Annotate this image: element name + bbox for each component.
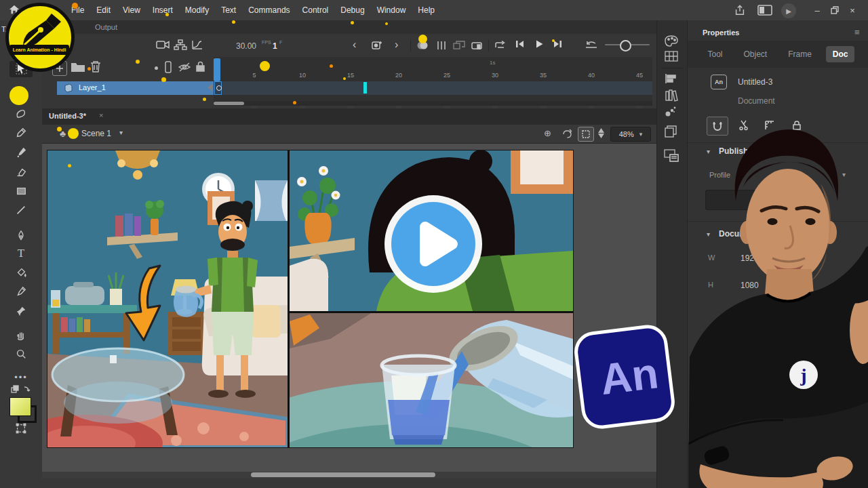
asset-warp-tool-icon[interactable] (9, 304, 33, 320)
fluid-brush-tool-icon[interactable] (9, 106, 33, 122)
collapse-pane-icon[interactable] (208, 84, 212, 91)
canvas-scrollbar-thumb[interactable] (251, 472, 435, 477)
document-tab[interactable]: Untitled-3* (49, 112, 86, 120)
classic-brush-tool-icon[interactable] (9, 144, 33, 161)
publish-panel-icon[interactable] (664, 149, 679, 162)
show-hide-column-icon[interactable] (178, 62, 191, 73)
menu-debug[interactable]: Debug (334, 5, 370, 15)
line-tool-icon[interactable] (9, 202, 33, 218)
menu-window[interactable]: Window (371, 5, 412, 15)
scene-panel-icon[interactable] (665, 125, 677, 138)
paint-bucket-tool-icon[interactable] (9, 264, 33, 281)
timeline-scrollbar-thumb[interactable] (214, 102, 244, 105)
highlight-column-icon[interactable] (155, 66, 158, 70)
zoom-level-value: 48% (619, 130, 634, 138)
eraser-tool-icon[interactable] (9, 164, 33, 180)
document-subtitle: Document (738, 96, 775, 106)
zoom-stepper[interactable] (598, 127, 604, 139)
frames-area[interactable] (214, 57, 652, 103)
edit-multiple-frames-icon[interactable] (453, 41, 465, 50)
zoom-tool-icon[interactable] (9, 346, 33, 362)
stage-panel-pouring-water (290, 313, 573, 447)
timeline-zoom-slider-knob[interactable] (620, 40, 631, 52)
confetti-dot (57, 127, 62, 131)
layer-row[interactable]: Layer_1 (57, 81, 214, 95)
onion-skin-outline-icon[interactable] (436, 41, 447, 50)
tab-frame[interactable]: Frame (781, 46, 818, 62)
loop-playback-icon[interactable] (494, 40, 506, 50)
menu-help[interactable]: Help (412, 5, 441, 15)
paint-brush-tool-icon[interactable] (9, 125, 33, 141)
timeline-tab-strip: Output (42, 20, 656, 34)
eyedropper-tool-icon[interactable] (9, 283, 33, 300)
workspace-icon[interactable] (757, 5, 772, 16)
panel-menu-icon[interactable]: ≡ (854, 27, 860, 37)
video-play-overlay[interactable] (384, 195, 482, 293)
next-keyframe-icon[interactable]: › (395, 39, 398, 51)
properties-tab-bar: Tool Object Frame Doc (688, 41, 868, 68)
restore-button[interactable] (827, 3, 843, 18)
graph-editor-icon[interactable] (191, 39, 203, 50)
reset-timeline-zoom-icon[interactable] (585, 40, 598, 49)
text-tool-icon[interactable]: T (9, 245, 33, 262)
scene-chevron-icon[interactable]: ▾ (119, 129, 123, 136)
hand-tool-icon[interactable] (9, 327, 33, 343)
camera-icon[interactable] (156, 39, 170, 50)
test-movie-play-icon[interactable]: ▶ (781, 3, 796, 18)
ruler-tick: 20 (395, 72, 402, 79)
zoom-level-dropdown[interactable]: 48% ▾ (610, 127, 651, 142)
previous-keyframe-icon[interactable]: ‹ (353, 39, 356, 51)
menu-insert[interactable]: Insert (146, 5, 179, 15)
step-back-icon[interactable] (514, 39, 525, 49)
animate-logo-badge: An (572, 323, 677, 431)
ruler-tick: 25 (443, 72, 450, 79)
menu-edit[interactable]: Edit (90, 5, 117, 15)
rectangle-tool-icon[interactable] (9, 183, 33, 199)
more-tools-icon[interactable]: ••• (9, 369, 33, 385)
tab-doc[interactable]: Doc (826, 46, 855, 62)
close-button[interactable]: × (844, 3, 861, 18)
insert-keyframe-icon[interactable] (371, 40, 383, 51)
timeline-panel: Output 30.00 FPS 1 F ‹ › (42, 20, 656, 110)
frame-view-icon[interactable] (471, 40, 483, 50)
pen-tool-icon[interactable] (9, 228, 33, 244)
menu-modify[interactable]: Modify (179, 5, 215, 15)
tab-tool[interactable]: Tool (701, 46, 729, 62)
layer-frames-row[interactable] (214, 81, 652, 95)
playhead[interactable] (214, 58, 220, 81)
swap-colors-icon[interactable] (11, 385, 31, 394)
camera-column-icon[interactable] (164, 61, 172, 73)
color-panel-icon[interactable] (665, 35, 678, 47)
lock-column-icon[interactable] (195, 61, 205, 73)
align-panel-icon[interactable] (665, 73, 678, 84)
document-tab-close-icon[interactable]: × (99, 111, 103, 119)
free-transform-tool-icon[interactable] (9, 420, 33, 436)
confetti-dot (165, 13, 169, 16)
tab-object[interactable]: Object (736, 46, 774, 62)
stage-canvas[interactable] (47, 150, 573, 447)
fps-value[interactable]: 30.00 (236, 41, 256, 51)
delete-layer-icon[interactable] (90, 60, 102, 73)
library-panel-icon[interactable] (665, 89, 678, 102)
menu-commands[interactable]: Commands (242, 5, 296, 15)
ruler-tick: 35 (540, 72, 547, 79)
center-frame-icon[interactable]: ⊕ (544, 128, 551, 138)
layer-parenting-icon[interactable] (174, 39, 187, 50)
scene-label[interactable]: Scene 1 (81, 129, 111, 138)
tab-output[interactable]: Output (95, 23, 117, 31)
current-frame-value[interactable]: 1 (273, 41, 277, 51)
menu-control[interactable]: Control (296, 5, 335, 15)
layer-name[interactable]: Layer_1 (79, 83, 106, 92)
timeline-scrollbar-track[interactable] (214, 101, 652, 106)
minimize-button[interactable]: – (809, 3, 825, 18)
clip-content-button[interactable] (578, 127, 594, 142)
play-icon[interactable] (534, 39, 544, 49)
share-icon[interactable] (734, 4, 746, 16)
confetti-dot (203, 98, 206, 101)
menu-text[interactable]: Text (215, 5, 242, 15)
swatches-panel-icon[interactable] (665, 51, 678, 62)
confetti-dot (260, 61, 270, 71)
rotation-tool-icon[interactable] (561, 128, 573, 140)
brush-library-panel-icon[interactable] (665, 106, 677, 117)
menu-view[interactable]: View (117, 5, 146, 15)
